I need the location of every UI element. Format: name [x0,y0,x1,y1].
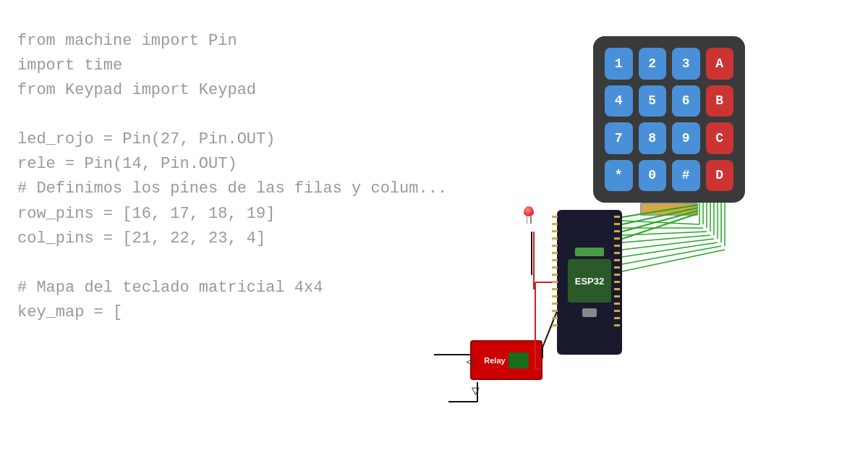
svg-line-13 [622,221,699,224]
relay-arrow-bottom: ◁ [467,388,483,396]
esp32-chip: ESP32 [568,259,611,303]
keypad-key[interactable]: 7 [605,122,633,154]
esp32-antenna [575,248,604,256]
led-leg [530,216,532,224]
code-line: row_pins = [16, 17, 18, 19] [17,202,388,227]
led [522,206,535,224]
led-body [524,206,534,216]
code-line [17,103,388,127]
code-line: led_rojo = Pin(27, Pin.OUT) [17,127,388,152]
keypad-key[interactable]: D [706,160,734,192]
relay-module: Relay [470,340,542,380]
keypad-key[interactable]: 4 [605,85,633,117]
keypad-key[interactable]: B [706,85,734,117]
keypad-key[interactable]: 1 [605,48,633,80]
code-line: # Mapa del teclado matricial 4x4 [17,276,388,300]
code-panel: from machine import Pinimport timefrom K… [0,0,405,456]
esp32-usb [582,308,597,317]
led-leg [527,216,528,224]
svg-line-17 [622,239,714,250]
keypad-key[interactable]: A [706,48,734,80]
svg-line-20 [622,250,725,271]
code-line: import time [17,54,388,78]
circuit-area: 123A456B789C*0#D ESP32 Relay ◁ ◁ [362,0,868,456]
code-line: col_pins = [21, 22, 23, 4] [17,227,388,251]
code-line [17,251,388,276]
keypad-key[interactable]: * [605,160,633,192]
keypad: 123A456B789C*0#D [593,36,745,203]
svg-line-3 [622,214,698,239]
keypad-key[interactable]: 9 [672,122,700,154]
code-line: from machine import Pin [17,29,388,54]
esp32-label: ESP32 [575,276,604,287]
code-line: key_map = [ [17,300,388,325]
code-line: rele = Pin(14, Pin.OUT) [17,152,388,177]
relay-arrow-left: ◁ [466,353,474,369]
svg-line-21 [542,311,557,347]
keypad-key[interactable]: 8 [639,122,667,154]
led-legs [522,216,535,224]
keypad-key[interactable]: C [706,122,734,154]
keypad-key[interactable]: 6 [672,85,700,117]
keypad-key[interactable]: # [672,160,700,192]
esp32-board: ESP32 [557,210,622,355]
svg-line-18 [622,242,718,257]
keypad-key[interactable]: 2 [639,48,667,80]
svg-line-16 [622,235,710,242]
keypad-connector [640,203,698,216]
code-line: from Keypad import Keypad [17,78,388,103]
relay-coil [509,352,529,368]
relay-label: Relay [484,356,505,365]
svg-line-15 [622,232,707,235]
code-line: # Definimos los pines de las filas y col… [17,177,388,201]
keypad-key[interactable]: 5 [639,85,667,117]
svg-line-19 [622,246,721,264]
keypad-key[interactable]: 3 [672,48,700,80]
keypad-key[interactable]: 0 [639,160,667,192]
